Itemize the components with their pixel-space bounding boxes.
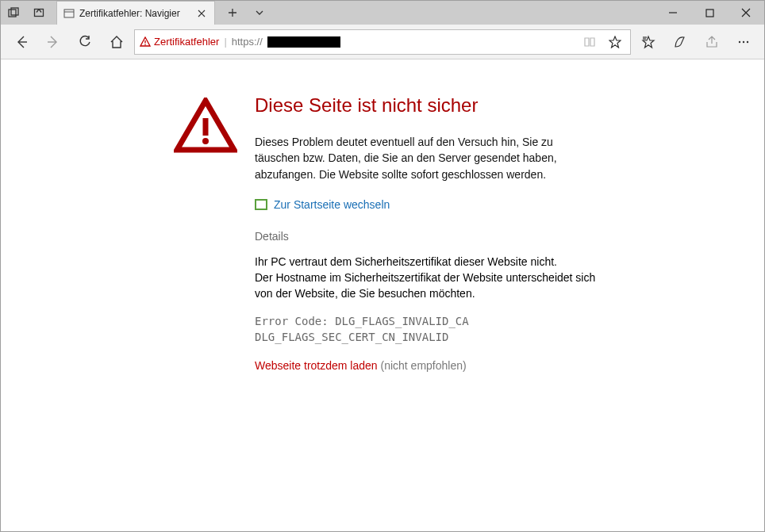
tab-strip-controls [215, 1, 277, 25]
go-home-link[interactable]: Zur Startseite wechseln [255, 198, 596, 211]
tab-close-button[interactable] [195, 7, 208, 20]
tab-preview-icon[interactable] [29, 3, 48, 22]
error-code: Error Code: DLG_FLAGS_INVALID_CA DLG_FLA… [255, 313, 596, 346]
tab-actions-icon[interactable] [4, 3, 23, 22]
warning-paragraph: Dieses Problem deutet eventuell auf den … [255, 134, 596, 182]
forward-button[interactable] [39, 28, 67, 56]
large-warning-icon [174, 98, 237, 155]
tab-list-chevron-icon[interactable] [250, 3, 269, 22]
favorites-hub-icon[interactable] [634, 28, 663, 56]
page-favicon-icon [63, 8, 75, 19]
page-content: Diese Seite ist nicht sicher Dieses Prob… [1, 59, 764, 372]
svg-point-13 [739, 40, 740, 42]
details-heading: Details [255, 230, 596, 243]
reading-view-icon[interactable] [579, 32, 600, 52]
details-paragraph: Ihr PC vertraut dem Sicherheitszertifika… [255, 254, 596, 302]
share-icon[interactable] [698, 28, 726, 56]
url-host-redacted [267, 36, 340, 48]
go-home-link-label: Zur Startseite wechseln [274, 198, 390, 211]
svg-point-17 [202, 138, 209, 144]
svg-point-10 [144, 44, 146, 45]
maximize-button[interactable] [691, 1, 728, 25]
web-note-icon[interactable] [666, 28, 694, 56]
svg-rect-2 [35, 10, 44, 17]
browser-tab[interactable]: Zertifikatfehler: Navigier [56, 1, 215, 25]
favorite-star-icon[interactable] [605, 32, 625, 52]
svg-point-14 [743, 40, 744, 42]
toolbar: Zertifikatfehler | https:// [1, 25, 764, 59]
close-window-button[interactable] [728, 1, 764, 25]
warning-triangle-icon [140, 36, 151, 48]
page-heading: Diese Seite ist nicht sicher [255, 94, 596, 117]
proceed-anyway-link[interactable]: Webseite trotzdem laden [255, 359, 378, 372]
titlebar: Zertifikatfehler: Navigier [1, 1, 764, 25]
tab-title: Zertifikatfehler: Navigier [79, 8, 180, 19]
back-button[interactable] [7, 28, 36, 56]
titlebar-left-buttons [1, 1, 52, 25]
proceed-row: Webseite trotzdem laden (nicht empfohlen… [255, 359, 596, 372]
certificate-error-label: Zertifikatfehler [154, 36, 219, 48]
svg-point-15 [747, 40, 748, 42]
more-menu-icon[interactable] [729, 28, 758, 56]
minimize-button[interactable] [655, 1, 691, 25]
home-page-icon [255, 199, 267, 210]
certificate-error-indicator[interactable]: Zertifikatfehler [140, 36, 219, 48]
window-controls [655, 1, 764, 25]
address-bar[interactable]: Zertifikatfehler | https:// [134, 29, 631, 55]
svg-rect-16 [203, 118, 209, 136]
svg-rect-3 [64, 10, 74, 17]
refresh-button[interactable] [71, 28, 99, 56]
proceed-hint: (nicht empfohlen) [381, 359, 467, 372]
home-button[interactable] [102, 28, 131, 56]
svg-rect-6 [706, 10, 713, 17]
new-tab-button[interactable] [223, 3, 242, 22]
url-scheme: https:// [232, 36, 263, 48]
